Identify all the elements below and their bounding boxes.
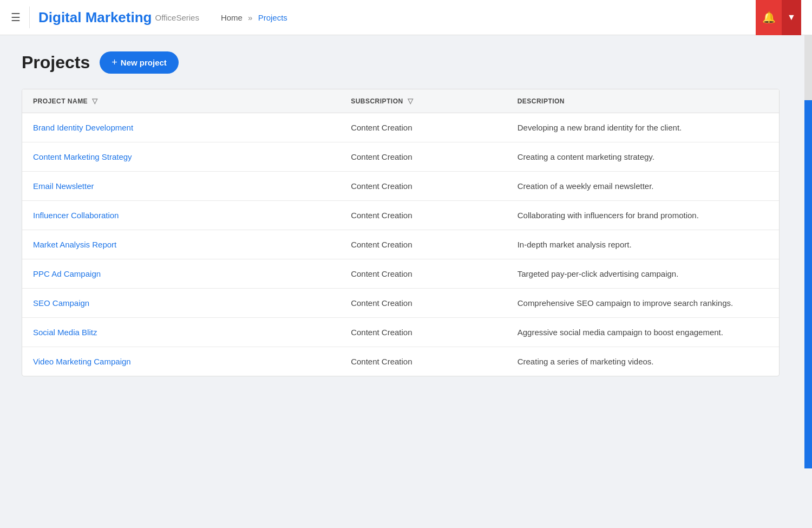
breadcrumb-separator: » bbox=[248, 13, 252, 22]
menu-icon[interactable]: ☰ bbox=[11, 11, 21, 24]
project-name-link[interactable]: SEO Campaign bbox=[33, 298, 89, 308]
page-header: Projects + New project bbox=[22, 51, 790, 74]
project-name-link[interactable]: Content Marketing Strategy bbox=[33, 152, 132, 161]
description-cell: Targeted pay-per-click advertising campa… bbox=[507, 259, 779, 289]
subscription-cell: Content Creation bbox=[340, 172, 507, 201]
table-row: SEO CampaignContent CreationComprehensiv… bbox=[22, 289, 779, 318]
project-name-link[interactable]: Brand Identity Development bbox=[33, 123, 133, 132]
chevron-down-icon: ▼ bbox=[787, 12, 796, 22]
bell-icon: 🔔 bbox=[762, 11, 776, 24]
table-row: Email NewsletterContent CreationCreation… bbox=[22, 172, 779, 201]
header: ☰ Digital Marketing OfficeSeries Home » … bbox=[0, 0, 812, 35]
description-cell: Comprehensive SEO campaign to improve se… bbox=[507, 289, 779, 318]
project-name-link[interactable]: Video Marketing Campaign bbox=[33, 357, 131, 366]
header-divider bbox=[29, 6, 30, 28]
projects-table: PROJECT NAME ▽ SUBSCRIPTION ▽ DESCRIPTIO… bbox=[22, 89, 779, 376]
description-cell: Creating a series of marketing videos. bbox=[507, 347, 779, 376]
breadcrumb: Home » Projects bbox=[221, 13, 287, 22]
description-cell: Aggressive social media campaign to boos… bbox=[507, 318, 779, 347]
table-body: Brand Identity DevelopmentContent Creati… bbox=[22, 113, 779, 376]
table-row: PPC Ad CampaignContent CreationTargeted … bbox=[22, 259, 779, 289]
nav-home[interactable]: Home bbox=[221, 13, 243, 22]
main-content: Projects + New project PROJECT NAME ▽ bbox=[0, 35, 812, 393]
table-row: Content Marketing StrategyContent Creati… bbox=[22, 142, 779, 172]
subscription-cell: Content Creation bbox=[340, 142, 507, 172]
scrollbar-thumb[interactable] bbox=[804, 100, 812, 468]
subscription-cell: Content Creation bbox=[340, 259, 507, 289]
description-cell: Creation of a weekly email newsletter. bbox=[507, 172, 779, 201]
table-row: Video Marketing CampaignContent Creation… bbox=[22, 347, 779, 376]
description-cell: Collaborating with influencers for brand… bbox=[507, 201, 779, 230]
header-actions: 🔔 ▼ bbox=[756, 0, 801, 35]
nav-current: Projects bbox=[258, 13, 287, 22]
subscription-cell: Content Creation bbox=[340, 318, 507, 347]
project-name-link[interactable]: Social Media Blitz bbox=[33, 328, 97, 337]
table-row: Social Media BlitzContent CreationAggres… bbox=[22, 318, 779, 347]
subscription-cell: Content Creation bbox=[340, 230, 507, 259]
notification-bell-button[interactable]: 🔔 bbox=[756, 0, 782, 35]
app-title: Digital Marketing bbox=[38, 9, 152, 26]
filter-icon-name[interactable]: ▽ bbox=[92, 97, 97, 105]
col-header-description: DESCRIPTION bbox=[507, 89, 779, 113]
app-subtitle: OfficeSeries bbox=[155, 13, 199, 22]
table-header: PROJECT NAME ▽ SUBSCRIPTION ▽ DESCRIPTIO… bbox=[22, 89, 779, 113]
project-name-link[interactable]: Market Analysis Report bbox=[33, 240, 116, 249]
col-header-subscription: SUBSCRIPTION ▽ bbox=[340, 89, 507, 113]
scrollbar-track bbox=[804, 35, 812, 393]
header-dropdown-button[interactable]: ▼ bbox=[782, 0, 801, 35]
filter-icon-subscription[interactable]: ▽ bbox=[408, 97, 413, 105]
table-row: Brand Identity DevelopmentContent Creati… bbox=[22, 113, 779, 142]
table-row: Influencer CollaborationContent Creation… bbox=[22, 201, 779, 230]
project-name-link[interactable]: Influencer Collaboration bbox=[33, 211, 119, 220]
project-name-link[interactable]: PPC Ad Campaign bbox=[33, 269, 101, 278]
subscription-cell: Content Creation bbox=[340, 113, 507, 142]
description-cell: Developing a new brand identity for the … bbox=[507, 113, 779, 142]
projects-table-container: PROJECT NAME ▽ SUBSCRIPTION ▽ DESCRIPTIO… bbox=[22, 89, 780, 376]
page-title: Projects bbox=[22, 53, 90, 73]
description-cell: Creating a content marketing strategy. bbox=[507, 142, 779, 172]
new-project-label: New project bbox=[121, 58, 167, 67]
subscription-cell: Content Creation bbox=[340, 347, 507, 376]
subscription-cell: Content Creation bbox=[340, 289, 507, 318]
table-row: Market Analysis ReportContent CreationIn… bbox=[22, 230, 779, 259]
col-header-project-name: PROJECT NAME ▽ bbox=[22, 89, 340, 113]
subscription-cell: Content Creation bbox=[340, 201, 507, 230]
project-name-link[interactable]: Email Newsletter bbox=[33, 181, 94, 191]
description-cell: In-depth market analysis report. bbox=[507, 230, 779, 259]
plus-icon: + bbox=[112, 57, 117, 68]
new-project-button[interactable]: + New project bbox=[100, 51, 179, 74]
